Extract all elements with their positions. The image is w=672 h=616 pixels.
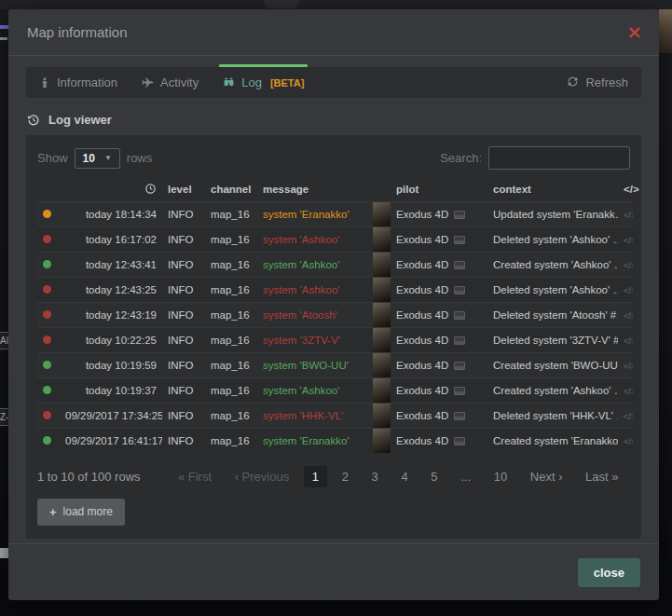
map-information-dialog: Map information Information Activity Log… (8, 9, 659, 600)
channel-cell: map_16 (205, 303, 257, 328)
status-dot (43, 285, 51, 294)
character-card-icon[interactable] (454, 336, 465, 345)
refresh-button[interactable]: Refresh (567, 75, 628, 90)
pilot-avatar (373, 404, 391, 428)
status-dot (43, 361, 51, 369)
character-card-icon[interactable] (454, 261, 465, 269)
avatar-cell (367, 429, 391, 454)
character-card-icon[interactable] (454, 362, 465, 370)
avatar-cell (367, 278, 391, 303)
status-cell (37, 404, 60, 429)
log-row[interactable]: today 16:17:02 INFO map_16 system 'Ashko… (37, 227, 633, 253)
pager-previous[interactable]: ‹ Previous (226, 466, 298, 487)
pager-page[interactable]: 4 (392, 466, 416, 487)
timestamp-column-header[interactable] (60, 178, 162, 202)
pager-first[interactable]: « First (170, 466, 220, 487)
context-cell: Created system 'Ashkoo' … (487, 253, 618, 278)
status-dot (43, 235, 51, 243)
code-toggle-icon[interactable]: </> (624, 236, 633, 245)
character-card-icon[interactable] (454, 311, 465, 320)
tab-information[interactable]: Information (39, 67, 117, 98)
character-card-icon[interactable] (454, 412, 465, 420)
pager-next[interactable]: Next › (522, 466, 571, 487)
log-row[interactable]: today 10:22:25 INFO map_16 system '3ZTV-… (37, 328, 633, 353)
page-size-select[interactable]: 10 ▼ (75, 148, 120, 169)
timestamp-cell: today 10:19:37 (60, 378, 162, 404)
character-card-icon[interactable] (454, 437, 465, 445)
pager-page[interactable]: 5 (422, 466, 446, 487)
pilot-avatar (373, 202, 391, 226)
show-label: Show (37, 151, 68, 165)
pilot-name: Exodus 4D (396, 335, 448, 346)
code-toggle-icon[interactable]: </> (624, 362, 633, 371)
log-row[interactable]: today 12:43:19 INFO map_16 system 'Atoos… (37, 303, 633, 328)
code-toggle-icon[interactable]: </> (624, 211, 633, 220)
search-label: Search: (440, 151, 482, 165)
message-cell: system 'Atoosh' (257, 303, 367, 328)
status-dot (43, 335, 51, 344)
channel-cell: map_16 (205, 278, 257, 303)
pilot-column-header[interactable]: pilot (391, 178, 487, 202)
code-toggle-icon[interactable]: </> (624, 261, 633, 270)
level-cell: INFO (162, 404, 205, 429)
log-row[interactable]: today 18:14:34 INFO map_16 system 'Erana… (37, 202, 633, 227)
pager-page[interactable]: 2 (334, 466, 357, 487)
message-cell: system 'Ashkoo' (257, 278, 367, 303)
code-toggle-icon[interactable]: </> (624, 387, 633, 396)
message-column-header[interactable]: message (257, 178, 367, 202)
code-toggle-icon[interactable]: </> (624, 311, 633, 321)
character-card-icon[interactable] (454, 286, 465, 294)
status-dot (43, 386, 51, 394)
code-column-header: </> (618, 178, 633, 202)
level-cell: INFO (162, 202, 205, 227)
character-card-icon[interactable] (454, 211, 465, 219)
code-toggle-icon[interactable]: </> (624, 412, 633, 421)
pager-page[interactable]: ... (452, 466, 479, 487)
message-cell: system 'Ashkoo' (257, 227, 367, 253)
pagination: 1 to 10 of 100 rows « First ‹ Previous 1… (37, 466, 630, 487)
load-more-button[interactable]: + load more (37, 499, 125, 526)
status-dot (43, 310, 51, 319)
log-row[interactable]: today 10:19:37 INFO map_16 system 'Ashko… (37, 378, 633, 404)
message-cell: system 'HHK-VL' (257, 404, 367, 429)
pagination-summary: 1 to 10 of 100 rows (37, 470, 141, 484)
context-cell: Deleted system '3ZTV-V' #… (487, 328, 618, 353)
level-column-header[interactable]: level (162, 178, 205, 202)
pager-page[interactable]: 10 (486, 466, 515, 487)
pilot-cell: Exodus 4D (391, 202, 487, 227)
context-cell: Deleted system 'Ashkoo' … (487, 227, 618, 253)
character-card-icon[interactable] (454, 387, 465, 395)
tab-log[interactable]: Log [BETA] (223, 67, 304, 98)
context-cell: Updated system 'Eranakk… (487, 202, 618, 227)
character-card-icon[interactable] (454, 236, 465, 244)
tab-activity[interactable]: Activity (142, 67, 199, 98)
status-cell (37, 303, 60, 328)
channel-cell: map_16 (205, 404, 257, 429)
context-column-header[interactable]: context (487, 178, 618, 202)
pilot-avatar (373, 227, 391, 252)
channel-column-header[interactable]: channel (205, 178, 257, 202)
dialog-tab-bar: Information Activity Log [BETA] Refresh (26, 67, 641, 98)
log-row[interactable]: today 12:43:25 INFO map_16 system 'Ashko… (37, 278, 633, 303)
pager-page[interactable]: 1 (304, 466, 327, 487)
log-row[interactable]: today 12:43:41 INFO map_16 system 'Ashko… (37, 253, 633, 278)
search-input[interactable] (488, 146, 630, 170)
code-toggle-icon[interactable]: </> (624, 286, 633, 295)
log-row[interactable]: today 10:19:59 INFO map_16 system 'BWO-U… (37, 353, 633, 378)
avatar-cell (367, 353, 391, 378)
close-button[interactable]: close (578, 558, 640, 587)
timestamp-cell: today 18:14:34 (60, 202, 162, 227)
timestamp-cell: today 12:43:19 (60, 303, 162, 328)
pager-last[interactable]: Last » (577, 466, 626, 487)
code-toggle-icon[interactable]: </> (624, 437, 633, 446)
pilot-name: Exodus 4D (396, 309, 448, 321)
close-icon[interactable] (629, 27, 640, 38)
pager-page[interactable]: 3 (363, 466, 387, 487)
chevron-down-icon: ▼ (104, 154, 112, 162)
status-dot (43, 411, 51, 419)
code-toggle-icon[interactable]: </> (624, 336, 633, 346)
log-row[interactable]: 09/29/2017 16:41:17 INFO map_16 system '… (37, 429, 633, 454)
log-row[interactable]: 09/29/2017 17:34:25 INFO map_16 system '… (37, 404, 633, 429)
status-column-header (37, 178, 60, 202)
status-cell (37, 278, 60, 303)
